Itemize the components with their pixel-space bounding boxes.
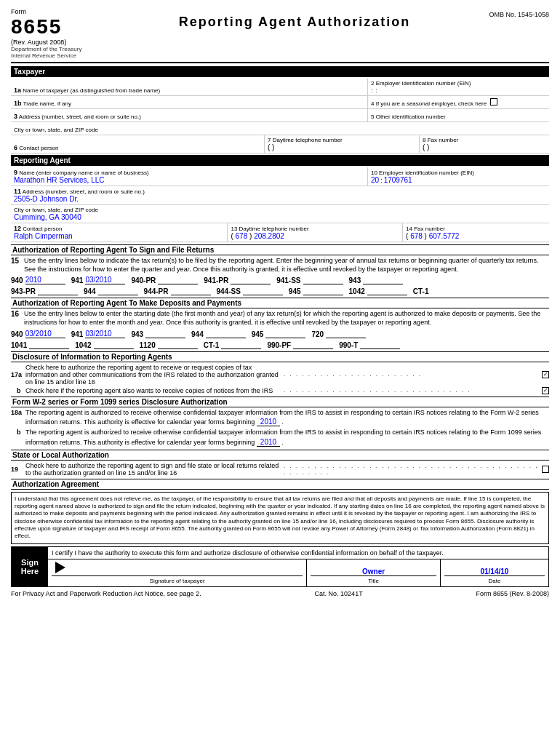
form-title: Reporting Agent Authorization — [127, 7, 462, 30]
sign-title-col: Owner Title — [307, 559, 441, 586]
label-8: 8 Fax number — [423, 137, 546, 143]
line-15-num: 15 — [11, 257, 24, 274]
field-10: 10 Employer identification number (EIN) … — [368, 167, 549, 186]
auth-sign-section-title: Authorization of Reporting Agent To Sign… — [11, 244, 549, 255]
disclosure-section-title: Disclosure of Information to Reporting A… — [11, 351, 549, 362]
value-990t-dep — [360, 340, 400, 349]
label-city-ra: City or town, state, and ZIP code — [14, 207, 546, 213]
field-city-ra: City or town, state, and ZIP code Cummin… — [11, 205, 549, 223]
value-944-sign — [98, 287, 138, 295]
sign-date-col: 01/14/10 Date — [441, 559, 548, 586]
label-6: 6 Contact person — [14, 144, 261, 151]
value-940-sign: 2010 — [25, 276, 65, 284]
value-720-dep — [326, 330, 366, 338]
entry-ct1: CT-1 — [413, 287, 429, 295]
auth-deposits-entries-row1: 940 03/2010 941 03/2010 943 944 945 720 — [11, 330, 549, 338]
title-label: Title — [311, 575, 436, 584]
value-ct1-dep — [221, 340, 261, 349]
line-17a-row: 17a Check here to authorize the reportin… — [11, 364, 549, 386]
value-944pr-sign — [171, 287, 211, 295]
entry-940pr: 940-PR — [131, 276, 198, 284]
label-9: 9 Name (enter company name or name of bu… — [14, 169, 364, 176]
entry-941: 941 03/2010 — [71, 276, 126, 284]
auth-deposits-section-title: Authorization of Reporting Agent To Make… — [11, 298, 549, 308]
footer-cat: Cat. No. 10241T — [315, 590, 363, 597]
entry-1120-dep: 1120 — [140, 340, 198, 349]
label-3: 3 Address (number, street, and room or s… — [14, 113, 364, 120]
sign-bottom-row: Signature of taxpayer Owner Title 01/14/… — [48, 559, 548, 586]
label-14: 14 Fax number — [406, 226, 546, 232]
field-5: 5 Other identification number — [368, 109, 549, 121]
auth-deposits-entries-row2: 1041 1042 1120 CT-1 990-PF 990-T — [11, 340, 549, 349]
label-7: 7 Daytime telephone number — [268, 137, 416, 143]
value-10a: 20 — [371, 176, 379, 184]
entry-1042: 1042 — [349, 287, 407, 295]
value-city-ra: Cumming, GA 30040 — [14, 213, 546, 221]
value-940-dep: 03/2010 — [25, 330, 65, 338]
value-941pr-sign — [231, 276, 271, 284]
field-city-taxpayer: City or town, state, and ZIP code — [11, 122, 549, 135]
value-14-area: 678 — [410, 232, 423, 240]
entry-943-dep: 943 — [131, 330, 185, 338]
row-1b-4: 1b Trade name, if any 4 If you are a sea… — [11, 96, 549, 109]
line-16-num: 16 — [11, 310, 24, 327]
checkbox-19[interactable] — [542, 466, 549, 473]
sign-fields-block: I certify I have the authority to execut… — [48, 547, 548, 586]
label-city-taxpayer: City or town, state, and ZIP code — [14, 127, 546, 133]
checkbox-17b[interactable] — [542, 387, 549, 394]
value-1042-sign — [367, 287, 407, 295]
form-number: 8655 — [11, 15, 127, 39]
checkbox-17a[interactable] — [542, 371, 549, 378]
value-941-dep: 03/2010 — [85, 330, 125, 338]
field-4: 4 If you are a seasonal employer, check … — [368, 96, 549, 108]
value-940pr-sign — [158, 276, 198, 284]
row-9-10: 9 Name (enter company name or name of bu… — [11, 167, 549, 186]
line-18a-row: 18a The reporting agent is authorized to… — [11, 409, 549, 427]
line-18b-row: b The reporting agent is authorized to r… — [11, 429, 549, 447]
date-label: Date — [444, 575, 545, 584]
sign-here-label2: Here — [21, 567, 39, 575]
label-13: 13 Daytime telephone number — [231, 226, 399, 232]
line-18b-num: b — [11, 429, 25, 436]
line-16-row: 16 Use the entry lines below to enter th… — [11, 310, 549, 327]
line-17a-num: 17a — [11, 371, 25, 378]
auth-sign-entries-row1: 940 2010 941 03/2010 940-PR 941-PR 941-S… — [11, 276, 549, 284]
sign-arrow — [55, 562, 65, 573]
row-1a-2: 1a Name of taxpayer (as distinguished fr… — [11, 79, 549, 96]
value-944ss-sign — [243, 287, 283, 295]
value-941ss-sign — [303, 276, 343, 284]
value-943-sign — [363, 276, 403, 284]
sign-here-label: Sign — [21, 558, 39, 567]
field-9: 9 Name (enter company name or name of bu… — [11, 167, 368, 186]
entry-720-dep: 720 — [311, 330, 366, 338]
value-13-num: 208.2802 — [254, 232, 284, 240]
entry-944pr: 944-PR — [144, 287, 211, 295]
field-7: 7 Daytime telephone number ( ) — [265, 135, 420, 153]
date-value: 01/14/10 — [480, 567, 508, 575]
row-11: 11 Address (number, street, and room or … — [11, 186, 549, 205]
entry-940: 940 2010 — [11, 276, 65, 284]
field-12: 12 Contact person Ralph Cimperman — [11, 223, 228, 242]
row-3-5: 3 Address (number, street, and room or s… — [11, 109, 549, 122]
sign-signature-col: Signature of taxpayer — [48, 559, 307, 586]
entry-944ss: 944-SS — [217, 287, 283, 295]
value-1041-dep — [29, 340, 69, 349]
field-13: 13 Daytime telephone number ( 678 ) 208.… — [228, 223, 403, 242]
label-1a: 1a Name of taxpayer (as distinguished fr… — [14, 87, 364, 94]
owner-value: Owner — [362, 567, 385, 575]
value-945-sign — [303, 287, 343, 295]
value-990pf-dep — [293, 340, 333, 349]
dept1: Department of the Treasury — [11, 46, 127, 52]
entry-944-dep: 944 — [191, 330, 246, 338]
entry-990t-dep: 990-T — [339, 340, 400, 349]
field-8: 8 Fax number ( ) — [420, 135, 549, 153]
row-6-7-8: 6 Contact person 7 Daytime telephone num… — [11, 135, 549, 154]
entry-943pr: 943-PR — [11, 287, 78, 295]
entry-940-dep: 940 03/2010 — [11, 330, 65, 338]
value-18a-year: 2010 — [257, 418, 280, 426]
entry-941-dep: 941 03/2010 — [71, 330, 126, 338]
auth-agreement-section-title: Authorization Agreement — [11, 479, 549, 490]
value-11: 2505-D Johnson Dr. — [14, 195, 546, 203]
sign-certify-text: I certify I have the authority to execut… — [48, 547, 548, 559]
label-4: 4 If you are a seasonal employer, check … — [371, 98, 546, 107]
